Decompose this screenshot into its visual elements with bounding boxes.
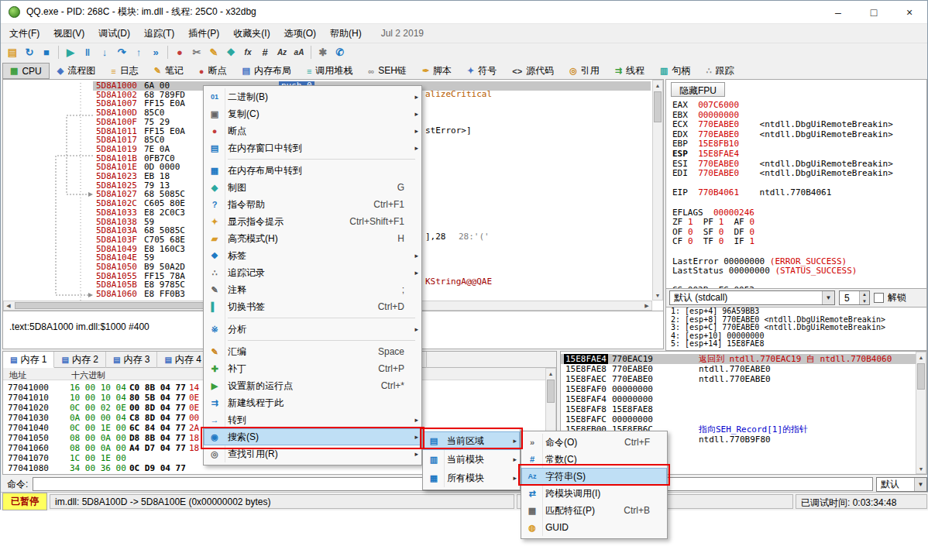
stack-row[interactable]: 15E8FAF400000000 <box>561 394 916 404</box>
tab-references[interactable]: ◎引用 <box>562 63 607 79</box>
stack-vscrollbar[interactable]: ▲ ▼ <box>916 352 926 474</box>
scroll-thumb[interactable] <box>547 380 555 403</box>
scroll-up-icon[interactable]: ▲ <box>916 352 926 362</box>
argument-line[interactable]: 1: [esp+4] 96A59BB3 <box>666 307 926 316</box>
menu-item-analysis[interactable]: ※分析▸ <box>204 321 421 338</box>
menu-item-command[interactable]: »命令(O)Ctrl+F <box>521 434 667 451</box>
tab-memory-map[interactable]: ▤内存布局 <box>235 63 299 79</box>
menubar-item[interactable]: 文件(F) <box>2 24 46 43</box>
menu-item-label[interactable]: ❖标签▸ <box>204 247 421 264</box>
pause-icon[interactable]: ‖ <box>79 45 96 60</box>
menu-item-memory-window[interactable]: ▤在内存窗口中转到▸ <box>204 139 421 156</box>
restart-icon[interactable]: ↻ <box>21 45 38 60</box>
menu-item-graph[interactable]: ◆制图G <box>204 179 421 196</box>
menubar-item[interactable]: 帮助(H) <box>323 24 369 43</box>
menu-item-comment[interactable]: ✎注释; <box>204 281 421 298</box>
settings-icon[interactable]: ✱ <box>314 45 332 60</box>
dump-tab[interactable]: ▤内存 1 <box>3 352 54 368</box>
stack-row[interactable]: 15E8FAEC770EABE0ntdll.770EABE0 <box>561 374 916 384</box>
menu-item-constant[interactable]: #常数(C) <box>521 451 667 468</box>
tab-source[interactable]: <>源代码 <box>504 63 562 79</box>
scroll-up-icon[interactable]: ▲ <box>546 369 555 378</box>
scroll-left-icon[interactable]: ◀ <box>4 301 13 311</box>
tab-seh[interactable]: ∞SEH链 <box>360 63 414 79</box>
tab-log[interactable]: ≡日志 <box>103 63 146 79</box>
command-profile-select[interactable]: 默认 ▼ <box>876 477 927 492</box>
menu-item-patch[interactable]: ✚补丁Ctrl+P <box>204 360 421 377</box>
scroll-thumb[interactable] <box>917 363 925 390</box>
unlock-checkbox[interactable] <box>874 293 884 303</box>
menu-item-intermodular-calls[interactable]: ⇄跨模块调用(I) <box>521 485 667 502</box>
menubar-item[interactable]: 收藏夹(I) <box>226 24 277 43</box>
case-icon[interactable]: aA <box>290 45 308 60</box>
menu-item-goto[interactable]: →转到▸ <box>204 411 421 428</box>
menu-item-binary[interactable]: 01二进制(B)▸ <box>204 88 421 105</box>
tab-script[interactable]: ✒脚本 <box>414 63 459 79</box>
dump-tab[interactable]: ▤内存 2 <box>54 352 105 368</box>
stack-row[interactable]: 15E8FAE4770EAC19返回到 ntdll.770EAC19 自 ntd… <box>561 354 916 364</box>
menubar-item[interactable]: 选项(O) <box>277 24 323 43</box>
register-line[interactable]: EIP 770B4061 ntdll.770B4061 <box>672 188 893 198</box>
menu-item-copy[interactable]: ▣复制(C)▸ <box>204 105 421 122</box>
tab-threads[interactable]: ⇉线程 <box>607 63 652 79</box>
tab-symbols[interactable]: ✦符号 <box>459 63 504 79</box>
stack-row[interactable]: 15E8FAF000000000 <box>561 384 916 394</box>
menu-item-new-origin[interactable]: ▶设置新的运行点Ctrl+* <box>204 377 421 394</box>
register-line[interactable]: CF 0 TF 0 IF 1 <box>672 237 893 247</box>
dump-tab[interactable]: ▤内存 3 <box>106 352 157 368</box>
scroll-thumb[interactable] <box>654 91 662 122</box>
menu-item-breakpoint[interactable]: ●断点▸ <box>204 122 421 139</box>
menu-item-memory-map[interactable]: ▦在内存布局中转到 <box>204 162 421 179</box>
scroll-right-icon[interactable]: ▶ <box>642 301 651 311</box>
step-out-icon[interactable]: ↑ <box>130 45 147 60</box>
tab-breakpoints[interactable]: ●断点 <box>191 63 235 79</box>
tab-callstack[interactable]: ≡调用堆栈 <box>299 63 360 79</box>
menu-item-string[interactable]: Az字符串(S) <box>521 468 667 485</box>
menu-item-help[interactable]: ?指令帮助Ctrl+F1 <box>204 196 421 213</box>
comments-icon[interactable]: ✎ <box>205 45 222 60</box>
calling-convention-select[interactable]: 默认 (stdcall) ▼ <box>669 290 835 305</box>
menu-item-find-refs[interactable]: ◎查找引用(R)▸ <box>204 445 421 462</box>
menu-item-bookmark[interactable]: ▍切换书签Ctrl+D <box>204 298 421 315</box>
run-icon[interactable]: ▶ <box>62 45 79 60</box>
tab-trace[interactable]: ∴跟踪 <box>698 63 741 79</box>
arg-count-spinner[interactable]: 5 ▲▼ <box>839 290 870 305</box>
scroll-up-icon[interactable]: ▲ <box>653 81 662 90</box>
disasm-vscrollbar[interactable]: ▲ ▼ <box>652 80 663 301</box>
strings-icon[interactable]: Az <box>273 45 290 60</box>
labels-icon[interactable]: ❖ <box>222 45 239 60</box>
tab-notes[interactable]: ✎笔记 <box>146 63 191 79</box>
minimize-button[interactable]: – <box>820 1 856 23</box>
step-into-icon[interactable]: ↓ <box>96 45 113 60</box>
register-line[interactable]: EDI 770EABE0 <ntdll.DbgUiRemoteBreakin> <box>672 169 893 179</box>
menu-item-new-thread[interactable]: ⇉新建线程于此 <box>204 394 421 411</box>
scroll-down-icon[interactable]: ▼ <box>653 290 662 300</box>
menubar-item[interactable]: 追踪(T) <box>137 24 181 43</box>
menubar-item[interactable]: 调试(D) <box>91 24 137 43</box>
menu-item-guid[interactable]: ◍GUID <box>521 519 667 536</box>
scroll-down-icon[interactable]: ▼ <box>916 464 926 473</box>
tab-handles[interactable]: ▥句柄 <box>652 63 698 79</box>
close-icon[interactable]: ■ <box>38 45 55 60</box>
argument-line[interactable]: 5: [esp+14] 15E8FAE8 <box>666 340 926 349</box>
stack-row[interactable]: 15E8FAF815E8FAE8 <box>561 404 916 414</box>
menubar-item[interactable]: 视图(V) <box>46 24 91 43</box>
stack-row[interactable]: 15E8FAFC00000000 <box>561 414 916 424</box>
spinner-arrows-icon[interactable]: ▲▼ <box>859 291 869 304</box>
menu-item-highlight[interactable]: ▰高亮模式(H)H <box>204 230 421 247</box>
hide-fpu-button[interactable]: 隐藏FPU <box>671 82 725 97</box>
maximize-button[interactable]: □ <box>856 1 892 23</box>
help-phone-icon[interactable]: ✆ <box>332 45 349 60</box>
constants-icon[interactable]: # <box>256 45 273 60</box>
tab-flowchart[interactable]: ◈流程图 <box>50 63 103 79</box>
menu-item-pattern[interactable]: ▦匹配特征(P)Ctrl+B <box>521 502 667 519</box>
dump-tab[interactable]: ▤内存 4 <box>157 352 208 368</box>
menu-item-all-modules[interactable]: ▦所有模块▸ <box>423 469 520 487</box>
menu-item-assemble[interactable]: ✎汇编Space <box>204 343 421 360</box>
close-button[interactable]: × <box>892 1 927 23</box>
run-to-cursor-icon[interactable]: » <box>147 45 164 60</box>
register-line[interactable]: LastStatus 00000000 (STATUS_SUCCESS) <box>672 266 893 277</box>
menu-item-current-module[interactable]: ▥当前模块▸ <box>423 450 520 469</box>
breakpoints-icon[interactable]: ● <box>171 45 188 60</box>
patches-icon[interactable]: ✂ <box>188 45 205 60</box>
